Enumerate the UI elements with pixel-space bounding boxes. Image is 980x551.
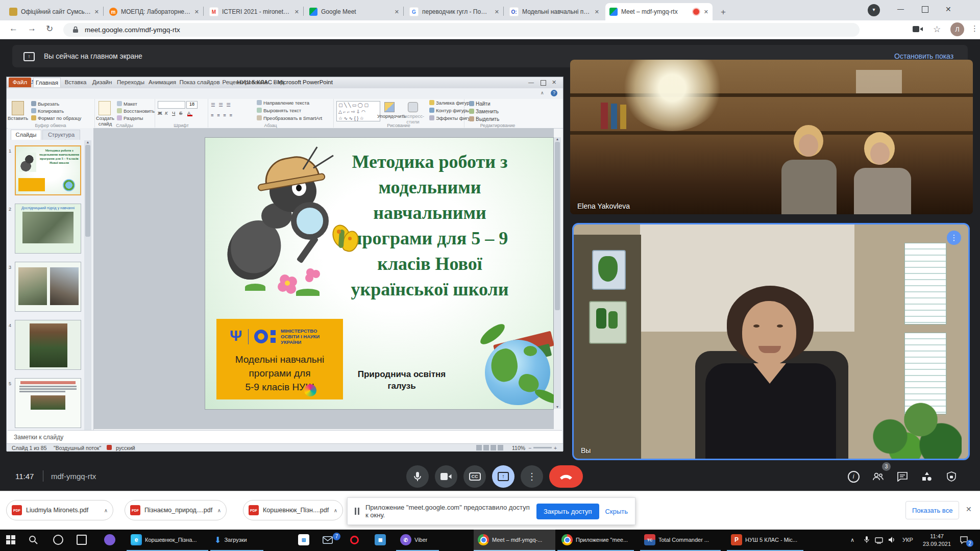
select-button[interactable]: Выделить [469, 116, 499, 122]
font-size-box[interactable]: 18 [186, 101, 198, 109]
more-options-button[interactable]: ⋮ [521, 465, 543, 488]
ppt-tab-animation[interactable]: Анимация [148, 78, 177, 87]
strikethrough-button[interactable]: S [179, 110, 182, 116]
sections-button[interactable]: Разделы [117, 115, 143, 121]
mic-button[interactable] [406, 465, 429, 488]
panel-scrollbar[interactable]: ▲ [84, 140, 91, 431]
app-purple[interactable] [100, 530, 119, 551]
ppt-tab-file[interactable]: Файл [9, 78, 31, 87]
window-close-button[interactable]: ✕ [945, 5, 951, 13]
panel-tab-outline[interactable]: Структура [42, 130, 80, 140]
align-text-button[interactable]: Выровнять текст [257, 108, 301, 113]
tab-google-search[interactable]: G переводчик гугл - Пошук Goog ✕ [405, 3, 503, 20]
reload-button[interactable]: ↻ [46, 23, 53, 34]
screen-capture-icon[interactable] [913, 25, 923, 33]
close-download-bar-icon[interactable]: ✕ [966, 505, 972, 513]
copy-button[interactable]: Копировать [31, 108, 64, 114]
taskbar-total-commander[interactable]: TC Total Commander ... [640, 530, 721, 551]
cortana-button[interactable] [49, 530, 67, 551]
ppt-tab-design[interactable]: Дизайн [90, 78, 114, 87]
paste-button[interactable]: Вставить [8, 115, 28, 121]
taskbar-calculator[interactable]: ▦ [371, 530, 390, 551]
taskbar-chrome-meet[interactable]: Meet – mdf-ymgq-... [474, 530, 555, 551]
camera-button[interactable] [435, 465, 457, 488]
close-icon[interactable]: ✕ [495, 9, 499, 15]
close-icon[interactable]: ✕ [395, 9, 399, 15]
scrollbar-thumb[interactable] [85, 145, 90, 237]
tray-expand-icon[interactable]: ∧ [850, 537, 854, 543]
tray-mic-icon[interactable] [864, 536, 870, 546]
ppt-tab-slideshow[interactable]: Показ слайдов [179, 78, 220, 87]
ppt-restore-icon[interactable] [541, 80, 546, 86]
chevron-up-icon[interactable]: ∧ [217, 508, 221, 513]
smartart-button[interactable]: Преобразовать в SmartArt [257, 115, 322, 121]
taskbar-chrome-app[interactable]: Приложение "mee... [557, 530, 634, 551]
tray-volume-icon[interactable] [888, 536, 896, 545]
captions-button[interactable]: CC [463, 465, 486, 488]
panel-tab-slides[interactable]: Слайды [11, 130, 41, 140]
ppt-minimize-icon[interactable]: — [528, 79, 534, 85]
spellcheck-icon[interactable] [107, 445, 112, 450]
arrange-icon[interactable] [384, 102, 395, 112]
chevron-up-icon[interactable]: ∧ [104, 508, 108, 513]
text-direction-button[interactable]: Направление текста [257, 100, 309, 106]
slide-thumbnail-5[interactable] [15, 378, 81, 428]
align-buttons[interactable]: ≡ ≡ ≡ ≡ [211, 112, 233, 118]
slide-thumbnail-2[interactable]: Дослідницький підхід у навчанні [15, 204, 81, 254]
hangup-button[interactable] [549, 465, 583, 488]
forward-button[interactable]: → [28, 23, 36, 34]
new-slide-icon[interactable] [99, 101, 111, 115]
italic-button[interactable]: К [165, 110, 168, 116]
underline-button[interactable]: Ч [172, 110, 175, 116]
back-button[interactable]: ← [9, 23, 18, 34]
show-all-downloads-button[interactable]: Показать все [905, 501, 959, 519]
download-item-2[interactable]: PDF Пізнаємо_природ....pdf ∧ [125, 500, 227, 520]
cut-button[interactable]: Вырезать [31, 101, 59, 107]
ppt-close-icon[interactable]: ✕ [552, 79, 556, 86]
window-minimize-button[interactable]: — [897, 5, 904, 13]
hide-button[interactable]: Скрыть [605, 508, 628, 515]
tray-language[interactable]: УКР [902, 537, 913, 543]
tray-clock[interactable]: 11:47 23.09.2021 [923, 533, 951, 548]
tab-gmail[interactable]: M ICTERI 2021 - mironets19@gma ✕ [205, 3, 303, 20]
layout-button[interactable]: Макет [117, 101, 137, 107]
ppt-tab-transitions[interactable]: Переходы [116, 78, 145, 87]
close-icon[interactable]: ✕ [595, 9, 599, 15]
participants-button[interactable] [871, 469, 885, 484]
profile-avatar[interactable]: Л [950, 22, 964, 36]
font-color-button[interactable]: A [187, 110, 192, 116]
ribbon-collapse-icon[interactable]: ∧ [541, 90, 544, 95]
help-icon[interactable]: ? [551, 90, 557, 96]
tray-network-icon[interactable] [875, 537, 883, 546]
tab-search-icon[interactable]: ▾ [868, 4, 880, 16]
slide-thumbnail-3[interactable] [15, 262, 81, 312]
close-icon[interactable]: ✕ [94, 9, 99, 15]
stop-presenting-button[interactable]: Остановить показ [894, 52, 953, 60]
download-item-1[interactable]: PDF Liudmyla Mironets.pdf ∧ [6, 500, 113, 520]
taskbar-search-button[interactable] [24, 530, 42, 551]
bold-button[interactable]: Ж [158, 110, 162, 116]
ppt-tab-insert[interactable]: Вставка [63, 78, 88, 87]
tile-options-icon[interactable]: ⋮ [947, 231, 961, 245]
taskbar-viber[interactable]: ✆ Viber [396, 530, 439, 551]
zoom-slider[interactable] [533, 447, 552, 448]
taskbar-downloads[interactable]: ⬇ Загрузки [210, 530, 263, 551]
ppt-tab-view[interactable]: Вид [270, 78, 287, 87]
ppt-tab-home[interactable]: Главная [33, 78, 61, 87]
close-icon[interactable]: ✕ [704, 9, 708, 15]
host-controls-button[interactable] [944, 469, 959, 484]
scroll-up-icon[interactable]: ▲ [84, 140, 91, 144]
replace-button[interactable]: Заменить [469, 109, 499, 114]
tab-mon-programs[interactable]: О: Модельні навчальні програми ✕ [505, 3, 603, 20]
meeting-details-button[interactable]: i [846, 469, 861, 484]
taskbar-powerpoint[interactable]: P НУШ 5 КЛАС - Міс... [727, 530, 803, 551]
reset-button[interactable]: Восстановить [117, 108, 155, 114]
close-icon[interactable]: ✕ [295, 9, 299, 15]
window-restore-button[interactable] [922, 6, 928, 13]
slide-thumbnail-4[interactable] [15, 320, 81, 370]
scroll-up-icon[interactable]: ▲ [554, 137, 561, 141]
pause-icon[interactable] [355, 508, 359, 515]
video-tile-elena[interactable]: Elena Yakovleva [570, 60, 973, 214]
present-button[interactable]: ↑ [492, 465, 514, 488]
font-name-box[interactable] [158, 101, 185, 109]
